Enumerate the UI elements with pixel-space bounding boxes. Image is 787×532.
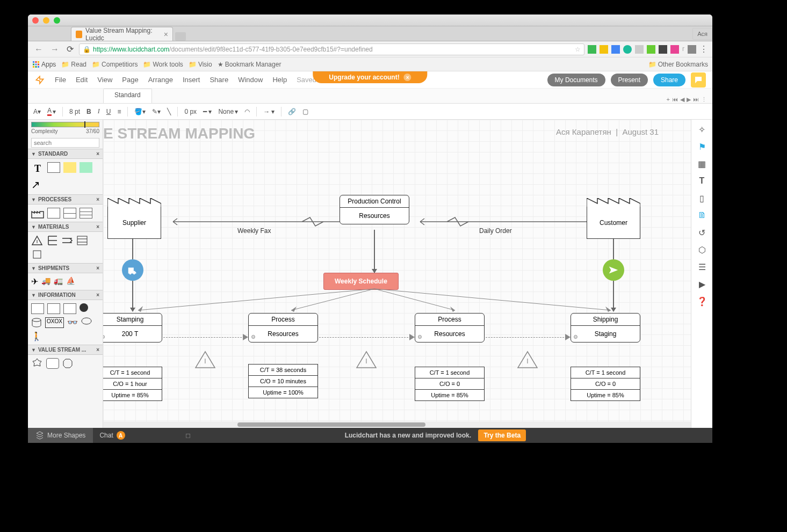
shape-line[interactable]: ↗ — [31, 178, 40, 191]
expand-icon[interactable]: ◻ — [185, 432, 191, 439]
customer-node[interactable]: Customer — [587, 207, 640, 239]
menu-file[interactable]: File — [55, 76, 66, 84]
shape-factory[interactable] — [31, 208, 44, 218]
shelf-information[interactable]: ▼INFORMATION× — [28, 290, 103, 300]
plane-icon[interactable] — [603, 259, 624, 281]
shape-data[interactable] — [80, 208, 92, 218]
menu-help[interactable]: Help — [272, 76, 287, 84]
shelf-processes[interactable]: ▼PROCESSES× — [28, 194, 103, 205]
shape-database[interactable] — [31, 317, 42, 328]
shape-oxox[interactable]: OXOX — [45, 317, 64, 328]
my-documents-button[interactable]: My Documents — [547, 74, 605, 86]
line-style-button[interactable]: ━ ▾ — [203, 108, 212, 115]
shape-operator[interactable]: 🚶 — [31, 331, 42, 341]
shape-kanban-2[interactable] — [47, 303, 60, 314]
production-control-node[interactable]: Production Control Resources — [340, 195, 409, 224]
new-tab-button[interactable] — [175, 32, 186, 41]
shape-ellipse[interactable] — [81, 317, 92, 325]
ext-icon[interactable] — [670, 45, 679, 54]
ext-icon[interactable] — [659, 45, 667, 54]
document-icon[interactable]: 🗎 — [697, 210, 707, 221]
italic-button[interactable]: I — [98, 107, 100, 115]
shape-kanban-1[interactable] — [31, 303, 44, 314]
bookmark-folder-visio[interactable]: 📁 Visio — [189, 61, 212, 68]
apps-button[interactable]: Apps — [32, 61, 56, 68]
close-shelf-icon[interactable]: × — [96, 224, 99, 230]
menu-icon[interactable]: ⋮ — [699, 44, 708, 54]
shape-rounded[interactable] — [46, 358, 59, 369]
ext-icon[interactable] — [647, 45, 655, 54]
close-shelf-icon[interactable]: × — [96, 265, 99, 271]
master-pages-icon[interactable]: ▦ — [697, 158, 707, 169]
shelf-vsm[interactable]: ▼VALUE STREAM ...× — [28, 345, 103, 355]
shelf-shipments[interactable]: ▼SHIPMENTS× — [28, 263, 103, 273]
shape-kaizen[interactable] — [31, 358, 43, 368]
process-3[interactable]: Process Resources ⚙ — [415, 313, 485, 342]
add-page-icon[interactable]: + — [667, 96, 670, 103]
presentation-icon[interactable]: ▶ — [697, 279, 707, 289]
close-window-button[interactable] — [32, 17, 39, 24]
menu-share[interactable]: Share — [210, 76, 228, 84]
line-color-button[interactable]: ✎▾ — [152, 108, 161, 115]
shelf-materials[interactable]: ▼MATERIALS× — [28, 222, 103, 232]
supplier-node[interactable]: Supplier — [107, 207, 161, 239]
corner-button[interactable]: ◠ — [244, 108, 250, 115]
shape-buffer[interactable] — [31, 249, 43, 260]
prev-page-icon[interactable]: ◀ — [680, 96, 684, 103]
shape-search-input[interactable] — [31, 138, 99, 148]
more-shapes-button[interactable]: More Shapes — [28, 428, 93, 443]
databox-2[interactable]: C/T = 38 seconds C/O = 10 minutes Uptime… — [248, 364, 318, 398]
inventory-triangle[interactable]: I — [517, 351, 538, 369]
ext-icon[interactable]: r — [682, 45, 684, 54]
shape-rectangle[interactable] — [47, 162, 60, 173]
text-color-button[interactable]: A▾ — [47, 107, 56, 116]
shape-fifo[interactable] — [61, 235, 73, 246]
menu-view[interactable]: View — [97, 76, 112, 84]
try-beta-button[interactable]: Try the Beta — [478, 429, 526, 441]
menu-page[interactable]: Page — [122, 76, 138, 84]
shape-note[interactable] — [63, 162, 76, 173]
back-button[interactable]: ← — [32, 45, 45, 54]
upgrade-banner[interactable]: Upgrade your account! × — [313, 71, 427, 83]
ext-icon[interactable] — [623, 45, 632, 54]
databox-4[interactable]: C/T = 1 second C/O = 0 Uptime = 85% — [571, 367, 640, 401]
history-icon[interactable]: ↺ — [697, 227, 707, 238]
ext-icon[interactable] — [688, 45, 696, 54]
inventory-triangle[interactable]: I — [194, 351, 216, 369]
shape-kanban-3[interactable] — [63, 303, 76, 314]
shape-hotspot[interactable] — [80, 162, 92, 173]
font-picker[interactable]: A▾ — [33, 108, 41, 115]
fill-color-button[interactable]: 🪣▾ — [134, 108, 146, 115]
layers-icon[interactable]: ☰ — [697, 261, 707, 272]
close-shelf-icon[interactable]: × — [96, 151, 99, 157]
arrow-style-button[interactable]: → ▾ — [263, 108, 275, 115]
shape-glasses[interactable]: 👓 — [67, 317, 78, 328]
last-page-icon[interactable]: ⏭ — [693, 96, 699, 103]
shelf-standard[interactable]: ▼STANDARD× — [28, 149, 103, 159]
shape-shared-process[interactable] — [63, 208, 76, 218]
line-type-select[interactable]: None ▾ — [218, 108, 238, 115]
canvas[interactable]: E STREAM MAPPING Ася Карапетян | August … — [103, 120, 691, 428]
close-shelf-icon[interactable]: × — [96, 196, 99, 202]
shape-safety-stock[interactable] — [76, 235, 88, 246]
text-icon[interactable]: T — [697, 176, 707, 186]
maximize-window-button[interactable] — [54, 17, 60, 24]
menu-insert[interactable]: Insert — [183, 76, 200, 84]
browser-tab[interactable]: Value Stream Mapping: Lucidc × — [71, 27, 173, 41]
address-bar[interactable]: 🔒 https://www.lucidchart.com/documents/e… — [79, 43, 584, 55]
ext-icon[interactable] — [635, 45, 644, 54]
ext-icon[interactable] — [600, 45, 608, 54]
reload-button[interactable]: ⟳ — [64, 44, 76, 54]
bold-button[interactable]: B — [86, 108, 91, 115]
shape-truck[interactable]: 🚚 — [41, 276, 50, 287]
bookmark-folder-read[interactable]: 📁 Read — [61, 61, 86, 68]
ext-icon[interactable] — [611, 45, 620, 54]
shape-boat[interactable]: ⛵ — [66, 276, 75, 287]
databox-3[interactable]: C/T = 1 second C/O = 0 Uptime = 85% — [415, 367, 485, 401]
close-shelf-icon[interactable]: × — [96, 292, 99, 298]
image-button[interactable]: ▢ — [302, 108, 308, 115]
chat-button[interactable]: Chat A — [93, 431, 131, 440]
line-shape-button[interactable]: ╲ — [167, 108, 171, 115]
minimize-window-button[interactable] — [43, 17, 49, 24]
bookmark-manager[interactable]: ★ Bookmark Manager — [218, 61, 281, 68]
